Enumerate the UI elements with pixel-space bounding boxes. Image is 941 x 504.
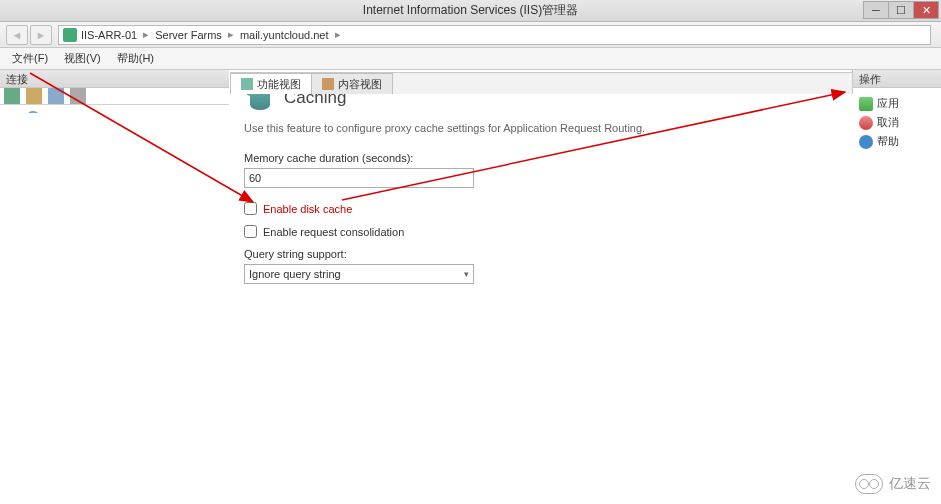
- query-string-value: Ignore query string: [249, 268, 341, 280]
- chevron-right-icon: ▸: [143, 28, 149, 41]
- content-pane: Caching Use this feature to configure pr…: [230, 70, 853, 94]
- enable-disk-cache-checkbox[interactable]: [244, 202, 257, 215]
- enable-req-consolidation-checkbox[interactable]: [244, 225, 257, 238]
- window-titlebar: Internet Information Services (IIS)管理器 ─…: [0, 0, 941, 22]
- action-help[interactable]: 帮助: [857, 132, 937, 151]
- chevron-right-icon: ▸: [228, 28, 234, 41]
- server-icon: [63, 28, 77, 42]
- nav-back-button[interactable]: ◄: [6, 25, 28, 45]
- query-string-label: Query string support:: [244, 248, 838, 260]
- watermark: 亿速云: [855, 474, 931, 494]
- tab-features-view[interactable]: 功能视图: [230, 73, 312, 94]
- page-description: Use this feature to configure proxy cach…: [244, 122, 838, 134]
- menu-view[interactable]: 视图(V): [56, 49, 109, 68]
- breadcrumb-root: IIS-ARR-01: [81, 29, 137, 41]
- content-icon: [322, 78, 334, 90]
- nav-forward-button[interactable]: ►: [30, 25, 52, 45]
- refresh-icon[interactable]: [48, 88, 64, 104]
- watermark-logo-icon: [855, 474, 883, 494]
- globe-icon: [26, 111, 40, 113]
- chevron-down-icon: ▾: [464, 269, 469, 279]
- menu-bar: 文件(F) 视图(V) 帮助(H): [0, 48, 941, 70]
- apply-icon: [859, 97, 873, 111]
- breadcrumb-leaf: mail.yuntcloud.net: [240, 29, 329, 41]
- stop-icon[interactable]: [70, 88, 86, 104]
- connections-toolbar: [0, 88, 229, 105]
- enable-req-consolidation-label: Enable request consolidation: [263, 226, 404, 238]
- watermark-text: 亿速云: [889, 475, 931, 493]
- menu-help[interactable]: 帮助(H): [109, 49, 162, 68]
- breadcrumb[interactable]: IIS-ARR-01 ▸ Server Farms ▸ mail.yuntclo…: [58, 25, 931, 45]
- connections-tree[interactable]: 起始页 ◢IIS-ARR-01 (IIS-ARR-01\Administrato…: [0, 105, 229, 113]
- memory-cache-input[interactable]: [244, 168, 474, 188]
- view-tabs: 功能视图 内容视图: [230, 72, 852, 94]
- help-icon: [859, 135, 873, 149]
- close-button[interactable]: ✕: [913, 1, 939, 19]
- connections-header: 连接: [0, 70, 229, 88]
- breadcrumb-mid: Server Farms: [155, 29, 222, 41]
- enable-disk-cache-row[interactable]: Enable disk cache: [244, 202, 838, 215]
- annotation-arrows: [0, 70, 941, 504]
- action-apply[interactable]: 应用: [857, 94, 937, 113]
- connect-icon[interactable]: [4, 88, 20, 104]
- minimize-button[interactable]: ─: [863, 1, 889, 19]
- enable-disk-cache-label: Enable disk cache: [263, 203, 352, 215]
- window-title: Internet Information Services (IIS)管理器: [363, 2, 578, 19]
- query-string-select[interactable]: Ignore query string ▾: [244, 264, 474, 284]
- memory-cache-label: Memory cache duration (seconds):: [244, 152, 838, 164]
- chevron-right-icon: ▸: [335, 28, 341, 41]
- tree-start-page[interactable]: 起始页: [2, 109, 227, 113]
- menu-file[interactable]: 文件(F): [4, 49, 56, 68]
- enable-req-consolidation-row[interactable]: Enable request consolidation: [244, 225, 838, 238]
- maximize-button[interactable]: ☐: [888, 1, 914, 19]
- save-icon[interactable]: [26, 88, 42, 104]
- actions-header: 操作: [853, 70, 941, 88]
- address-bar: ◄ ► IIS-ARR-01 ▸ Server Farms ▸ mail.yun…: [0, 22, 941, 48]
- tab-content-view[interactable]: 内容视图: [311, 73, 393, 94]
- cancel-icon: [859, 116, 873, 130]
- features-icon: [241, 78, 253, 90]
- action-cancel[interactable]: 取消: [857, 113, 937, 132]
